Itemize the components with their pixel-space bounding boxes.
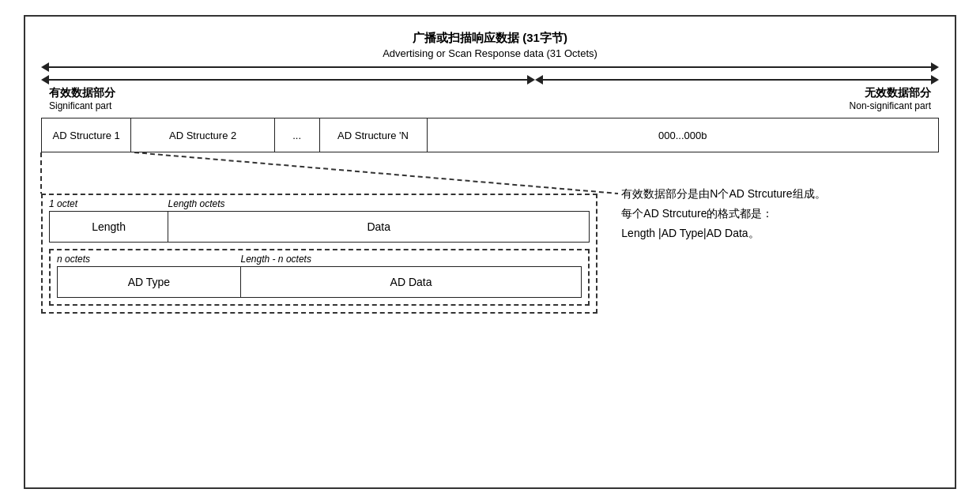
section-labels: 有效数据部分 Significant part 无效数据部分 Non-signi… — [41, 86, 939, 111]
sig-arrow-right — [527, 75, 535, 85]
broadcast-arrow-line — [49, 66, 931, 68]
data-cell: Data — [168, 212, 589, 242]
broadcast-section: 广播或扫描响应数据 (31字节) Advertising or Scan Res… — [41, 31, 939, 111]
sig-arrow-left — [41, 75, 49, 85]
nonsignificant-labels: 无效数据部分 Non-significant part — [535, 86, 939, 111]
nonsig-arrow — [535, 75, 939, 85]
length-octets-label: Length octets — [168, 198, 590, 209]
arrow-right-head — [931, 62, 939, 72]
note-line1: 有效数据部分是由N个AD Strcuture组成。 — [621, 184, 939, 204]
significant-labels: 有效数据部分 Significant part — [41, 86, 535, 111]
ad-type-cell: AD Type — [58, 267, 241, 297]
nonsig-arrow-right — [931, 75, 939, 85]
nonsig-arrow-left — [535, 75, 543, 85]
size-labels-top: 1 octet Length octets — [43, 195, 596, 211]
ad-structure-row: AD Structure 1 AD Structure 2 ... AD Str… — [41, 118, 939, 152]
length-n-label: Length - n octets — [241, 254, 582, 265]
ad-structure-dots: ... — [275, 118, 320, 152]
ad-structure-2: AD Structure 2 — [131, 118, 274, 152]
broadcast-arrow — [41, 62, 939, 72]
size-labels-inner: n octets Length - n octets — [51, 250, 588, 266]
broadcast-cn-label: 广播或扫描响应数据 (31字节) — [41, 31, 939, 46]
sig-arrow-line — [49, 79, 527, 81]
note-section: 有效数据部分是由N个AD Strcuture组成。 每个AD Strcuture… — [597, 152, 939, 314]
nonsignificant-cn: 无效数据部分 — [535, 86, 931, 100]
lower-section: 1 octet Length octets Length Data n octe… — [41, 152, 939, 314]
adtype-addata-box: n octets Length - n octets AD Type AD Da… — [49, 249, 590, 306]
length-data-row: Length Data — [49, 211, 590, 243]
significant-cn: 有效数据部分 — [49, 86, 535, 100]
svg-line-1 — [134, 152, 618, 194]
length-cell: Length — [50, 212, 168, 242]
detail-section: 1 octet Length octets Length Data n octe… — [41, 152, 597, 314]
significant-arrow — [41, 75, 535, 85]
main-diagram: 广播或扫描响应数据 (31字节) Advertising or Scan Res… — [24, 15, 956, 489]
significant-en: Significant part — [49, 100, 535, 111]
adtype-addata-row: AD Type AD Data — [57, 266, 582, 298]
nonsignificant-en: Non-significant part — [535, 100, 931, 111]
broadcast-en-label: Advertising or Scan Response data (31 Oc… — [41, 47, 939, 59]
arrow-left-head — [41, 62, 49, 72]
note-line2: 每个AD Strcuture的格式都是： — [621, 204, 939, 224]
nonsig-arrow-line — [543, 79, 931, 81]
one-octet-label: 1 octet — [49, 198, 168, 209]
length-data-box: 1 octet Length octets Length Data n octe… — [41, 194, 597, 314]
sig-nonsig-arrows — [41, 75, 939, 85]
n-octets-label: n octets — [57, 254, 241, 265]
ad-data-cell: AD Data — [241, 267, 582, 297]
note-line3: Length |AD Type|AD Data。 — [621, 224, 939, 243]
ad-structure-1: AD Structure 1 — [42, 118, 131, 152]
ad-structure-n: AD Structure 'N — [320, 118, 428, 152]
ad-structure-zeros: 000...000b — [428, 118, 938, 152]
